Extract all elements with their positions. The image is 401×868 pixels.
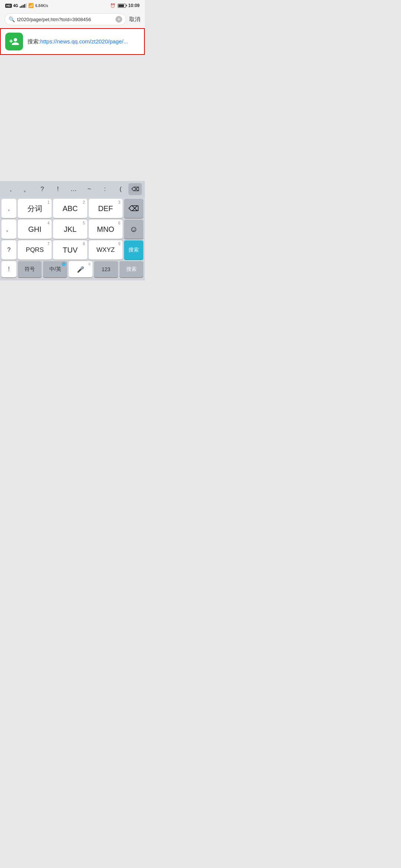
punct-key-comma[interactable]: , bbox=[1, 199, 16, 218]
symbol-period[interactable]: 。 bbox=[19, 185, 34, 194]
search-suggestion[interactable]: 搜索:https://news.qq.com/zt2020/page/... bbox=[0, 28, 145, 55]
key-ABC[interactable]: 2 ABC bbox=[53, 199, 87, 218]
punct-key-question[interactable]: ? bbox=[1, 240, 16, 260]
search-input-container[interactable]: 🔍 t2020/page/pet.htm?toId=3908456 ✕ bbox=[4, 13, 126, 25]
network-speed: 6.84K/s bbox=[35, 4, 48, 8]
suggestion-prefix: 搜索: bbox=[27, 38, 40, 45]
person-add-icon bbox=[9, 36, 19, 47]
battery-fill bbox=[118, 4, 124, 7]
keyboard-bottom-row: ! 符号 🌐 中/英 0 🎤 123 搜索 bbox=[1, 261, 144, 279]
time-display: 10:09 bbox=[128, 3, 140, 8]
punct-key-period[interactable]: 。 bbox=[1, 220, 16, 239]
key-GHI[interactable]: 4 GHI bbox=[18, 220, 52, 239]
delete-icon: ⌫ bbox=[131, 186, 139, 193]
alarm-icon: ⏰ bbox=[110, 3, 115, 8]
keyboard: , 1 分词 2 ABC 3 DEF ⌫ 。 4 GHI bbox=[0, 197, 145, 280]
empty-content-area bbox=[0, 55, 145, 181]
symbol-comma[interactable]: , bbox=[3, 185, 19, 193]
globe-icon: 🌐 bbox=[62, 262, 66, 266]
search-bar: 🔍 t2020/page/pet.htm?toId=3908456 ✕ 取消 bbox=[0, 10, 145, 28]
symbol-delete-button[interactable]: ⌫ bbox=[128, 183, 142, 195]
hd-badge: HD bbox=[5, 4, 12, 8]
delete-key[interactable]: ⌫ bbox=[124, 199, 143, 218]
status-left: HD 4G 📶 6.84K/s bbox=[5, 3, 48, 8]
suggestion-text: 搜索:https://news.qq.com/zt2020/page/... bbox=[27, 38, 140, 45]
zero-label: 0 bbox=[88, 262, 90, 266]
space-mic-key[interactable]: 0 🎤 bbox=[69, 261, 92, 277]
signal-bars bbox=[20, 3, 27, 8]
keyboard-row-3: ? 7 PQRS 8 TUV 9 WXYZ 搜索 bbox=[1, 240, 144, 260]
symbol-row: , 。 ? ! … ~ : ( ⌫ bbox=[0, 181, 145, 197]
symbol-paren[interactable]: ( bbox=[113, 185, 128, 193]
backspace-icon: ⌫ bbox=[128, 204, 139, 213]
emoji-icon: ☺ bbox=[130, 224, 138, 234]
status-bar: HD 4G 📶 6.84K/s ⏰ 10:09 bbox=[0, 0, 145, 10]
symbol-colon[interactable]: : bbox=[97, 185, 113, 193]
clear-button[interactable]: ✕ bbox=[115, 16, 122, 23]
symbol-tilde[interactable]: ~ bbox=[81, 185, 97, 193]
keyboard-row-2: 。 4 GHI 5 JKL 6 MNO ☺ bbox=[1, 220, 144, 239]
cancel-button[interactable]: 取消 bbox=[129, 16, 140, 23]
symbol-ellipsis[interactable]: … bbox=[66, 185, 81, 193]
battery bbox=[118, 4, 126, 8]
key-WXYZ[interactable]: 9 WXYZ bbox=[89, 240, 123, 260]
search-key-right[interactable]: 搜索 bbox=[124, 240, 143, 260]
emoji-key[interactable]: ☺ bbox=[124, 220, 143, 239]
symbol-exclaim[interactable]: ! bbox=[50, 185, 66, 193]
symbol-key[interactable]: 符号 bbox=[18, 261, 42, 277]
wifi-icon: 📶 bbox=[28, 3, 34, 8]
status-right: ⏰ 10:09 bbox=[110, 3, 140, 8]
search-icon: 🔍 bbox=[9, 16, 15, 22]
suggestion-url: https://news.qq.com/zt2020/page/... bbox=[40, 38, 128, 45]
key-MNO[interactable]: 6 MNO bbox=[89, 220, 123, 239]
microphone-icon: 🎤 bbox=[77, 266, 84, 273]
4g-badge: 4G bbox=[13, 4, 18, 8]
punct-key-exclaim[interactable]: ! bbox=[1, 261, 16, 277]
symbol-question[interactable]: ? bbox=[35, 185, 50, 193]
key-DEF[interactable]: 3 DEF bbox=[89, 199, 123, 218]
key-JKL[interactable]: 5 JKL bbox=[53, 220, 87, 239]
suggestion-icon bbox=[5, 33, 23, 50]
key-TUV[interactable]: 8 TUV bbox=[53, 240, 87, 260]
search-bottom-key[interactable]: 搜索 bbox=[120, 261, 143, 277]
search-input-text[interactable]: t2020/page/pet.htm?toId=3908456 bbox=[17, 17, 113, 22]
numbers-key[interactable]: 123 bbox=[94, 261, 118, 277]
lang-switch-key[interactable]: 🌐 中/英 bbox=[43, 261, 67, 277]
key-fenCI[interactable]: 1 分词 bbox=[18, 199, 52, 218]
key-PQRS[interactable]: 7 PQRS bbox=[18, 240, 52, 260]
keyboard-row-1: , 1 分词 2 ABC 3 DEF ⌫ bbox=[1, 199, 144, 218]
